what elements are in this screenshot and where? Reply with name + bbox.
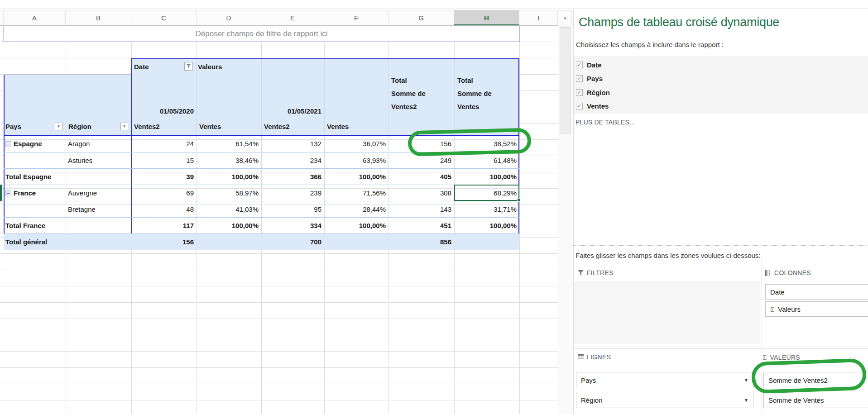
column-header-g[interactable]: G bbox=[388, 10, 454, 25]
checkbox-checked[interactable]: ✓ bbox=[576, 103, 583, 109]
pivot-row-header-area[interactable] bbox=[4, 75, 131, 136]
pivot-date-group-2020[interactable]: 01/05/2020 bbox=[131, 105, 194, 118]
pays-dropdown-button[interactable]: ▼ bbox=[55, 123, 62, 130]
checkbox-checked[interactable]: ✓ bbox=[576, 89, 583, 96]
cell-value[interactable]: 58,97% bbox=[197, 185, 261, 201]
measure-header[interactable]: Ventes2 bbox=[264, 119, 290, 134]
cell-value[interactable]: 856 bbox=[388, 234, 454, 250]
field-item-region[interactable]: ✓ Région bbox=[576, 86, 610, 99]
cell-value[interactable]: 100,00% bbox=[197, 218, 261, 233]
valeurs-item-somme-ventes[interactable]: Somme de Ventes bbox=[763, 392, 868, 408]
field-item-date[interactable]: ✓ Date bbox=[576, 58, 602, 71]
cell-value[interactable]: 63,93% bbox=[324, 152, 388, 168]
colonnes-item-date[interactable]: Date bbox=[765, 284, 868, 300]
collapse-minus-icon[interactable]: − bbox=[5, 190, 11, 196]
column-header-c[interactable]: C bbox=[131, 10, 197, 25]
cell-value[interactable]: 700 bbox=[261, 234, 324, 250]
field-item-pays[interactable]: ✓ Pays bbox=[576, 71, 603, 85]
checkbox-checked[interactable]: ✓ bbox=[576, 62, 583, 68]
cell-value[interactable]: 239 bbox=[261, 185, 324, 201]
cell-value[interactable]: 117 bbox=[131, 218, 197, 233]
date-filter-button[interactable] bbox=[184, 62, 193, 71]
cell-value[interactable]: 405 bbox=[388, 169, 454, 185]
cell-region[interactable] bbox=[66, 234, 131, 250]
column-header-f[interactable]: F bbox=[324, 10, 388, 25]
cell-value[interactable]: 451 bbox=[388, 218, 454, 233]
checkbox-checked[interactable]: ✓ bbox=[576, 75, 583, 82]
column-header-i[interactable]: I bbox=[519, 10, 558, 25]
cell-value[interactable]: 38,46% bbox=[197, 152, 261, 168]
cell-pays[interactable]: −Espagne bbox=[4, 136, 66, 152]
cell-pays[interactable]: Total général bbox=[4, 234, 66, 250]
pivot-pays-field-header[interactable]: Pays bbox=[5, 119, 21, 134]
cell-value[interactable]: 100,00% bbox=[197, 169, 261, 185]
cell-value[interactable]: 15 bbox=[131, 152, 197, 168]
chevron-down-icon[interactable]: ▼ bbox=[744, 378, 748, 383]
chevron-down-icon[interactable]: ▼ bbox=[744, 398, 748, 403]
measure-header[interactable]: Ventes2 bbox=[134, 119, 160, 134]
cell-region[interactable]: Asturies bbox=[66, 152, 131, 168]
pivot-region-field-header[interactable]: Région bbox=[68, 119, 91, 134]
cell-pays[interactable] bbox=[4, 152, 66, 168]
column-header-e[interactable]: E bbox=[261, 10, 324, 25]
column-header-d[interactable]: D bbox=[197, 10, 261, 25]
cell-value[interactable]: 334 bbox=[261, 218, 324, 233]
more-tables-link[interactable]: PLUS DE TABLES... bbox=[575, 119, 635, 126]
cell-value[interactable]: 234 bbox=[261, 152, 324, 168]
cell-region[interactable] bbox=[66, 218, 131, 233]
pivot-date-field-label[interactable]: Date bbox=[134, 60, 149, 74]
field-item-ventes[interactable]: ✓ Ventes bbox=[576, 99, 609, 113]
collapse-minus-icon[interactable]: − bbox=[5, 141, 11, 147]
cell-value[interactable] bbox=[197, 234, 261, 250]
measure-header[interactable]: Ventes bbox=[199, 119, 221, 134]
cell-value[interactable]: 132 bbox=[261, 136, 324, 152]
scroll-up-button[interactable]: ▲ bbox=[559, 10, 571, 25]
cell-pays[interactable] bbox=[4, 201, 66, 217]
cell-region[interactable]: Bretagne bbox=[66, 201, 131, 217]
cell-region[interactable]: Auvergne bbox=[66, 185, 131, 201]
cell-value[interactable]: 100,00% bbox=[454, 169, 519, 185]
pivot-total-ventes2-header[interactable]: Total Somme de Ventes2 bbox=[391, 74, 454, 113]
cell-region[interactable]: Aragon bbox=[66, 136, 131, 152]
cell-pays[interactable]: −France bbox=[4, 185, 66, 201]
cell-value[interactable]: 71,56% bbox=[324, 185, 388, 201]
cell-value[interactable]: 100,00% bbox=[454, 218, 519, 233]
cell-value[interactable]: 366 bbox=[261, 169, 324, 185]
pivot-valeurs-label[interactable]: Valeurs bbox=[198, 60, 222, 74]
cell-value[interactable]: 95 bbox=[261, 201, 324, 217]
column-header-h-selected[interactable]: H bbox=[454, 10, 519, 25]
column-header-b[interactable]: B bbox=[66, 10, 131, 25]
cell-value[interactable]: 36,07% bbox=[324, 136, 388, 152]
cell-pays[interactable]: Total Espagne bbox=[4, 169, 66, 185]
cell-value[interactable]: 48 bbox=[131, 201, 197, 217]
cell-value[interactable]: 28,44% bbox=[324, 201, 388, 217]
cell-value[interactable]: 24 bbox=[131, 136, 197, 152]
cell-pays[interactable]: Total France bbox=[4, 218, 66, 233]
pivot-total-ventes-header[interactable]: Total Somme de Ventes bbox=[457, 74, 519, 113]
column-header-a[interactable]: A bbox=[4, 10, 66, 25]
scrollbar-thumb[interactable] bbox=[560, 27, 571, 133]
cell-value[interactable] bbox=[454, 234, 519, 250]
region-dropdown-button[interactable]: ▼ bbox=[120, 123, 128, 130]
colonnes-item-valeurs[interactable]: Σ Valeurs bbox=[765, 301, 868, 317]
lignes-item-pays[interactable]: Pays ▼ bbox=[576, 372, 753, 388]
cell-value[interactable]: 143 bbox=[388, 201, 454, 217]
cell-value[interactable]: 41,03% bbox=[197, 201, 261, 217]
cell-region[interactable] bbox=[66, 169, 131, 185]
cell-value[interactable]: 156 bbox=[131, 234, 197, 250]
cell-value[interactable] bbox=[324, 234, 388, 250]
cell-value[interactable]: 100,00% bbox=[324, 218, 388, 233]
report-filter-drop-zone[interactable]: Déposer champs de filtre de rapport ici bbox=[4, 26, 519, 42]
pivot-date-group-2021[interactable]: 01/05/2021 bbox=[261, 105, 321, 118]
fill-handle[interactable] bbox=[517, 199, 520, 202]
cell-value[interactable]: 308 bbox=[388, 185, 454, 201]
cell-value[interactable]: 100,00% bbox=[324, 169, 388, 185]
filtres-drop-area[interactable] bbox=[574, 281, 760, 344]
cell-value[interactable]: 61,54% bbox=[197, 136, 261, 152]
cell-value[interactable]: 39 bbox=[131, 169, 197, 185]
cell-value[interactable]: 31,71% bbox=[454, 201, 519, 217]
lignes-item-region[interactable]: Région ▼ bbox=[576, 392, 753, 408]
cell-value[interactable]: 69 bbox=[131, 185, 197, 201]
measure-header[interactable]: Ventes bbox=[327, 119, 349, 134]
selected-cell-outline[interactable] bbox=[454, 185, 519, 201]
